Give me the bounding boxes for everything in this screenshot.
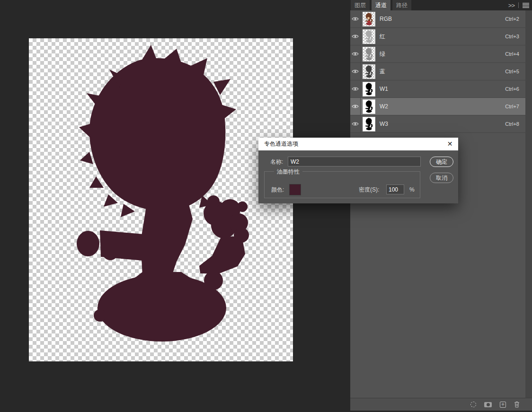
panel-footer: + — [350, 398, 532, 411]
name-label: 名称: — [270, 157, 283, 167]
channel-thumbnail[interactable] — [363, 47, 375, 61]
channel-thumbnail[interactable] — [363, 64, 375, 79]
channel-name: W2 — [380, 103, 388, 110]
visibility-toggle[interactable] — [350, 28, 361, 45]
channel-name-input[interactable] — [288, 157, 421, 167]
visibility-toggle[interactable] — [350, 63, 361, 80]
eye-icon — [352, 87, 359, 91]
eye-icon — [352, 34, 359, 39]
channel-shortcut: Ctrl+3 — [505, 34, 519, 39]
channel-thumbnail[interactable] — [363, 12, 375, 26]
channel-row-w1[interactable]: W1 Ctrl+6 — [350, 80, 525, 98]
eye-icon — [352, 69, 359, 74]
channel-thumbnail[interactable] — [363, 82, 375, 96]
visibility-toggle[interactable] — [350, 98, 361, 115]
visibility-toggle[interactable] — [350, 80, 361, 97]
channel-shortcut: Ctrl+7 — [505, 104, 519, 109]
ok-button[interactable]: 确定 — [430, 157, 453, 167]
divider — [518, 2, 519, 8]
close-icon[interactable]: ✕ — [445, 140, 454, 149]
channel-row-red[interactable]: 红 Ctrl+3 — [350, 28, 525, 45]
eye-icon — [352, 17, 359, 21]
tab-layers[interactable]: 图层 — [351, 0, 370, 10]
panel-menu-icon[interactable] — [523, 3, 529, 8]
tab-channels[interactable]: 通道 — [372, 0, 390, 10]
channel-name: RGB — [380, 16, 392, 22]
eye-icon — [352, 104, 359, 109]
channels-panel: 图层 通道 路径 >> — [350, 0, 532, 411]
cancel-button[interactable]: 取消 — [430, 173, 453, 183]
channel-row-rgb[interactable]: RGB Ctrl+2 — [350, 10, 525, 28]
eye-icon — [352, 122, 359, 126]
channel-shortcut: Ctrl+4 — [505, 51, 519, 57]
channel-name: W3 — [380, 121, 388, 127]
ink-group-label: 油墨特性 — [274, 168, 302, 176]
panel-scroll-gutter[interactable] — [525, 10, 532, 398]
spot-channel-options-dialog: 专色通道选项 ✕ 名称: 确定 取消 油墨特性 颜色: 密度(S): % — [258, 138, 458, 203]
visibility-toggle[interactable] — [350, 45, 361, 62]
load-channel-as-selection-icon[interactable] — [470, 402, 476, 407]
dialog-titlebar[interactable]: 专色通道选项 ✕ — [258, 138, 458, 150]
tab-paths[interactable]: 路径 — [392, 0, 411, 10]
channel-row-green[interactable]: 绿 Ctrl+4 — [350, 45, 525, 63]
color-label: 颜色: — [271, 184, 284, 195]
percent-label: % — [409, 184, 415, 195]
eye-icon — [352, 52, 359, 56]
create-new-channel-icon[interactable]: + — [500, 402, 506, 408]
document-canvas[interactable] — [29, 38, 293, 361]
solidity-input[interactable] — [386, 184, 404, 194]
channel-list: RGB Ctrl+2 红 Ctrl+3 — [350, 10, 532, 133]
visibility-toggle[interactable] — [350, 10, 361, 27]
channel-shortcut: Ctrl+8 — [505, 121, 519, 127]
channel-name: W1 — [380, 86, 388, 92]
channel-name: 蓝 — [380, 68, 385, 76]
delete-channel-icon[interactable] — [514, 401, 520, 408]
channel-row-w3[interactable]: W3 Ctrl+8 — [350, 115, 525, 133]
channel-thumbnail[interactable] — [363, 117, 375, 131]
channel-row-blue[interactable]: 蓝 Ctrl+5 — [350, 63, 525, 80]
channel-shortcut: Ctrl+2 — [505, 16, 519, 22]
channel-name: 红 — [380, 33, 385, 41]
panel-tabstrip: 图层 通道 路径 >> — [350, 0, 532, 10]
ink-characteristics-group: 油墨特性 颜色: 密度(S): % — [264, 171, 420, 198]
collapse-panel-icon[interactable]: >> — [508, 2, 514, 9]
spot-channel-silhouette — [29, 38, 293, 361]
photoshop-workspace: { "panel": { "tabs": [ { "label": "图层" }… — [0, 0, 532, 412]
solidity-label: 密度(S): — [359, 184, 379, 195]
channel-row-w2[interactable]: W2 Ctrl+7 — [350, 98, 525, 115]
channel-name: 绿 — [380, 50, 385, 58]
channel-shortcut: Ctrl+5 — [505, 69, 519, 74]
channel-shortcut: Ctrl+6 — [505, 86, 519, 92]
spot-color-swatch[interactable] — [289, 184, 301, 195]
visibility-toggle[interactable] — [350, 115, 361, 132]
channel-thumbnail[interactable] — [363, 99, 375, 114]
dialog-title: 专色通道选项 — [264, 140, 298, 148]
save-selection-as-channel-icon[interactable] — [484, 402, 492, 407]
channel-thumbnail[interactable] — [363, 29, 375, 44]
